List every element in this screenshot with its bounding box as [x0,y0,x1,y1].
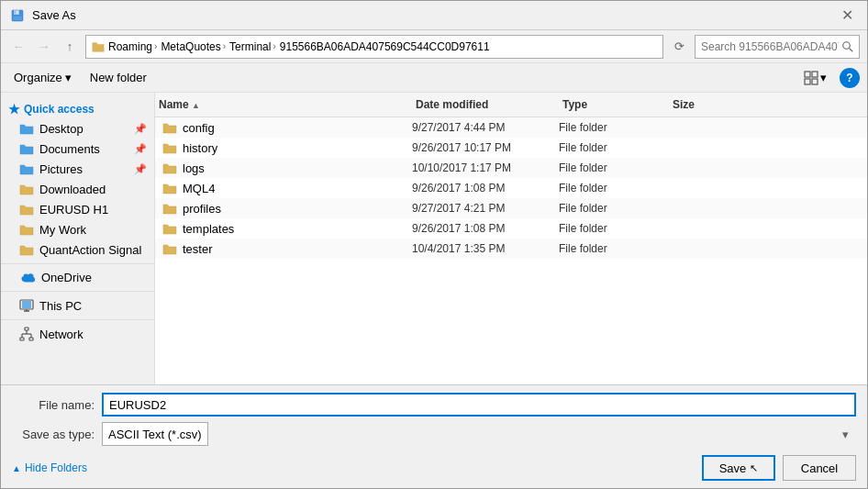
network-icon [19,327,34,341]
folder-icon [162,161,177,175]
svg-point-4 [843,41,851,49]
folder-icon [19,202,34,217]
table-row[interactable]: MQL4 9/26/2017 1:08 PM File folder [155,178,867,198]
svg-rect-14 [25,328,28,330]
sidebar-item-quantaction[interactable]: QuantAction Signal [1,239,154,260]
svg-rect-7 [812,72,818,77]
crumb-roaming: Roaming › [108,40,157,53]
filename-row: File name: [12,393,856,417]
sort-arrow: ▲ [192,101,200,110]
file-list-header: Name ▲ Date modified Type Size [155,93,867,117]
saveastype-select[interactable]: ASCII Text (*.csv) [102,422,208,446]
action-bar: Organize ▾ New folder ▾ ? [1,63,867,93]
sidebar-item-pictures[interactable]: Pictures 📌 [1,159,154,179]
crumb-guid: 915566BA06ADA407569C544CC0D97611 [280,40,490,53]
save-icon [10,8,25,23]
refresh-button[interactable]: ⟳ [669,37,689,57]
chevron-up-icon: ▲ [12,463,21,473]
star-icon: ★ [8,102,20,117]
up-button[interactable]: ↑ [60,37,80,57]
save-as-dialog: Save As ✕ ← → ↑ Roaming › MetaQuotes › T… [0,0,868,489]
view-button[interactable]: ▾ [798,69,832,87]
pin-icon: 📌 [134,163,147,175]
sidebar: ★ Quick access Desktop 📌 Documents 📌 [1,93,155,384]
search-box[interactable] [695,35,860,59]
folder-icon [19,182,34,196]
col-header-name[interactable]: Name ▲ [155,96,412,113]
sidebar-item-network[interactable]: Network [1,324,154,344]
folder-icon [162,221,177,236]
svg-rect-3 [13,17,22,20]
svg-rect-9 [812,79,818,84]
folder-icon [162,140,177,155]
sidebar-item-mywork[interactable]: My Work [1,219,154,239]
svg-rect-16 [29,338,33,340]
folder-icon [19,242,34,257]
svg-line-5 [850,48,853,51]
organize-button[interactable]: Organize ▾ [8,69,77,86]
new-folder-button[interactable]: New folder [84,69,152,86]
svg-rect-15 [20,338,24,340]
folder-icon [92,40,105,53]
back-button[interactable]: ← [8,37,28,57]
sidebar-item-documents[interactable]: Documents 📌 [1,139,154,159]
table-row[interactable]: config 9/27/2017 4:44 PM File folder [155,117,867,138]
svg-rect-2 [17,11,18,14]
folder-icon [19,121,34,136]
svg-rect-11 [22,301,31,308]
chevron-down-icon-view: ▾ [820,71,827,84]
quick-access-header[interactable]: ★ Quick access [1,96,154,118]
table-row[interactable]: templates 9/26/2017 1:08 PM File folder [155,218,867,239]
window-title: Save As [32,8,76,22]
folder-icon [162,181,177,195]
sidebar-item-downloaded[interactable]: Downloaded [1,179,154,199]
sidebar-item-desktop[interactable]: Desktop 📌 [1,118,154,139]
address-bar[interactable]: Roaming › MetaQuotes › Terminal › 915566… [85,35,663,59]
folder-icon [19,222,34,237]
crumb-metaquotes: MetaQuotes › [161,40,226,53]
col-header-date[interactable]: Date modified [412,96,559,113]
table-row[interactable]: tester 10/4/2017 1:35 PM File folder [155,239,867,259]
folder-icon [162,241,177,256]
pin-icon: 📌 [134,123,147,135]
chevron-down-icon: ▾ [65,71,72,84]
filename-label: File name: [12,398,95,412]
table-row[interactable]: profiles 9/27/2017 4:21 PM File folder [155,198,867,218]
sidebar-item-thispc[interactable]: This PC [1,295,154,316]
pin-icon: 📌 [134,143,147,155]
folder-icon [162,201,177,216]
title-bar: Save As ✕ [1,1,867,30]
col-header-size[interactable]: Size [669,96,742,113]
forward-button[interactable]: → [34,37,54,57]
svg-rect-8 [805,79,810,84]
file-list: Name ▲ Date modified Type Size config 9/… [155,93,867,384]
computer-icon [19,298,34,313]
onedrive-icon [19,272,36,284]
bottom-bar: File name: Save as type: ASCII Text (*.c… [1,384,867,488]
saveastype-row: Save as type: ASCII Text (*.csv) [12,422,856,446]
folder-icon [19,141,34,156]
content-area: ★ Quick access Desktop 📌 Documents 📌 [1,93,867,384]
sidebar-item-onedrive[interactable]: OneDrive [1,268,154,287]
filename-input[interactable] [102,393,856,417]
navigation-toolbar: ← → ↑ Roaming › MetaQuotes › Terminal › … [1,30,867,63]
save-button[interactable]: Save ↖ [702,455,775,481]
view-icon [804,71,818,85]
cancel-button[interactable]: Cancel [783,455,856,481]
folder-icon [19,161,34,176]
col-header-type[interactable]: Type [559,96,669,113]
folder-icon [162,120,177,135]
hide-folders-button[interactable]: ▲ Hide Folders [12,458,87,474]
svg-rect-6 [805,72,810,77]
close-button[interactable]: ✕ [836,5,858,27]
saveastype-wrapper[interactable]: ASCII Text (*.csv) [102,422,856,446]
help-button[interactable]: ? [840,68,860,88]
table-row[interactable]: history 9/26/2017 10:17 PM File folder [155,138,867,158]
crumb-terminal: Terminal › [229,40,276,53]
table-row[interactable]: logs 10/10/2017 1:17 PM File folder [155,158,867,178]
search-input[interactable] [701,40,839,53]
search-icon [842,41,853,52]
saveastype-label: Save as type: [12,428,95,441]
sidebar-item-eurusd[interactable]: EURUSD H1 [1,199,154,219]
cursor-icon: ↖ [750,462,758,474]
